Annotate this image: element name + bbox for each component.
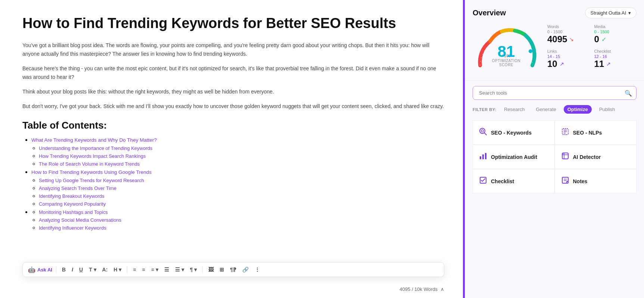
toc-sublink-2-1[interactable]: Setting Up Google Trends for Keyword Res… [39,178,144,183]
tool-notes-label: Notes [573,178,588,184]
font-size-button[interactable]: A: [100,265,110,274]
toc-item-3: Monitoring Hashtags and Topics Analyzing… [31,209,444,231]
article-title: How to Find Trending Keywords for Better… [22,15,444,32]
svg-rect-15 [562,177,568,183]
text-style-button[interactable]: T ▾ [87,265,98,274]
search-input[interactable] [473,86,637,100]
toc-sublist-3: Monitoring Hashtags and Topics Analyzing… [31,209,444,231]
toc-list: What Are Trending Keywords and Why Do Th… [22,136,444,231]
filter-publish[interactable]: Publish [595,105,619,114]
toc-sublink-3-1[interactable]: Monitoring Hashtags and Topics [39,209,108,215]
editor-body[interactable]: You've got a brilliant blog post idea. T… [22,41,444,231]
toc-link-2[interactable]: How to Find Trending Keywords Using Goog… [31,169,152,175]
stat-media-range: 0 - 1500 [594,30,637,34]
paragraph-1: You've got a brilliant blog post idea. T… [22,41,444,58]
heading-button[interactable]: H ▾ [112,265,123,274]
filter-row: FILTER BY: Research Generate Optimize Pu… [473,105,637,114]
stat-media: Media 0 - 1500 0 ✓ [594,24,637,44]
underline-button[interactable]: U [77,265,85,274]
toolbar-divider-3 [202,266,203,273]
paragraph-4: But don't worry, I've got your back. Sti… [22,102,444,111]
toc-sublink-1-3[interactable]: The Role of Search Volume in Keyword Tre… [39,161,140,167]
sidebar: Overview Straight Outta AI ▾ [465,0,644,298]
stat-links: Links 14 - 15 10 ↗ [547,49,590,69]
toc-sublink-2-2[interactable]: Analyzing Search Trends Over Time [39,185,116,191]
stat-words-label: Words [547,24,590,29]
more-button[interactable]: ⋮ [253,265,262,274]
notes-icon [561,176,569,186]
toc-link-1[interactable]: What Are Trending Keywords and Why Do Th… [31,137,157,143]
table-button[interactable]: ¶⁋ [228,265,238,274]
filter-generate[interactable]: Generate [532,105,560,114]
toc-sublink-2-4[interactable]: Comparing Keyword Popularity [39,201,106,207]
ask-ai-button[interactable]: 🤖 Ask AI [28,266,52,273]
svg-point-13 [563,154,563,154]
toolbar-divider-1 [56,266,56,273]
stat-links-range: 14 - 15 [547,54,590,59]
image-button[interactable]: 🖼 [206,265,215,274]
stat-links-value: 10 [547,59,557,69]
seo-keywords-icon [479,128,487,138]
stat-checklist-value: 11 [594,59,604,69]
align-left-button[interactable]: ≡ [131,265,138,274]
italic-button[interactable]: I [70,265,75,274]
svg-rect-8 [482,154,484,159]
toc-item-2: How to Find Trending Keywords Using Goog… [31,169,444,207]
toc-sublink-2-3[interactable]: Identifying Breakout Keywords [39,193,105,199]
stat-checklist-value-row: 11 ↗ [594,59,637,69]
list-button[interactable]: ≡ ▾ [149,265,160,274]
tool-checklist[interactable]: Checklist [473,169,555,193]
tool-ai-detector[interactable]: AI Detector [555,145,637,169]
stat-words-value: 4095 [547,34,567,44]
insert-button[interactable]: ⊞ [218,265,226,274]
tool-ai-detector-label: AI Detector [573,154,601,160]
search-wrap: 🔍 [473,86,637,100]
link-button[interactable]: 🔗 [240,265,251,274]
svg-rect-7 [480,156,481,159]
expand-icon[interactable]: ∧ [441,286,444,292]
filter-optimize[interactable]: Optimize [564,105,592,114]
brand-button[interactable]: Straight Outta AI ▾ [585,7,637,18]
svg-point-1 [481,130,483,132]
toc-sublist-2: Setting Up Google Trends for Keyword Res… [31,177,444,207]
filter-research[interactable]: Research [500,105,529,114]
stat-checklist: Checklist 12 - 16 11 ↗ [594,49,637,69]
stat-media-value-row: 0 ✓ [594,34,637,44]
tool-seo-keywords[interactable]: SEO - Keywords [473,120,555,145]
toc-sublink-3-3[interactable]: Identifying Influencer Keywords [39,225,106,231]
toolbar-divider-2 [127,266,127,273]
toc-sublink-3-2[interactable]: Analyzing Social Media Conversations [39,217,121,223]
stat-media-label: Media [594,24,637,29]
toc-sublink-1-2[interactable]: How Trending Keywords Impact Search Rank… [39,153,146,159]
stats-grid: Words 0 - 1500 4095 ↘ Media 0 - 1500 0 ✓… [547,24,637,69]
seo-nlps-icon [561,128,569,138]
paragraph-button[interactable]: ¶ ▾ [188,265,199,274]
tool-seo-nlps[interactable]: SEO - NLPs [555,120,637,145]
tool-notes[interactable]: Notes [555,169,637,193]
align-center-button[interactable]: ≡ [140,265,147,274]
paragraph-3: Think about your blog posts like this: w… [22,87,444,96]
word-count-bar: 4095 / 10k Words ∧ [399,286,444,292]
arrow-up-icon-links: ↗ [560,61,564,67]
tool-optimization-audit[interactable]: Optimization Audit [473,145,555,169]
paragraph-2: Because here's the thing - you can write… [22,64,444,82]
stat-checklist-label: Checklist [594,49,637,53]
tool-checklist-label: Checklist [491,178,514,184]
brand-label: Straight Outta AI [591,10,626,16]
editor-area[interactable]: How to Find Trending Keywords for Better… [0,0,463,298]
stat-words: Words 0 - 1500 4095 ↘ [547,24,590,44]
arrow-down-icon: ↘ [569,36,574,42]
stat-words-range: 0 - 1500 [547,30,590,34]
toc-sublink-1-1[interactable]: Understanding the Importance of Trending… [39,145,152,151]
ordered-list-button[interactable]: ☰ [162,265,171,274]
stats-divider [465,80,644,81]
gauge-wrap: / 100 OPTIMIZATION SCORE 81 [473,24,540,73]
search-icon: 🔍 [625,89,632,96]
list-options-button[interactable]: ☰ ▾ [173,265,186,274]
ask-ai-label: Ask AI [37,267,52,273]
filter-label: FILTER BY: [473,107,497,112]
bold-button[interactable]: B [60,265,68,274]
svg-line-2 [484,133,486,135]
arrow-up-icon-checklist: ↗ [606,61,611,67]
checklist-icon [479,176,487,186]
